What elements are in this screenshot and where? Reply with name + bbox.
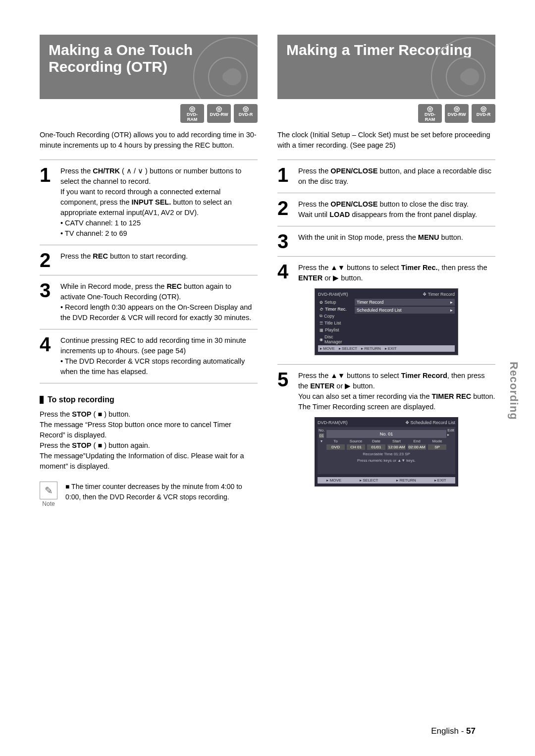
step-number: 3 (277, 232, 293, 250)
badge-dvd-r: DVD-R (472, 104, 495, 123)
right-intro: The clock (Initial Setup – Clock Set) mu… (277, 130, 495, 151)
footer-sep: - (459, 726, 466, 736)
left-step-3: 3 While in Record mode, press the REC bu… (40, 281, 258, 323)
step-body: Press the ▲▼ buttons to select Timer Rec… (298, 371, 495, 412)
right-title-box: Making a Timer Recording (277, 35, 495, 99)
chevron-right-icon: ▸ (450, 300, 453, 305)
page-body: Making a One Touch Recording (OTR) DVD-R… (0, 0, 535, 532)
step-number: 2 (40, 251, 55, 269)
osd2-col-headers: To Source Date Start End Mode (326, 439, 446, 443)
osd1-side-copy: ⧉Copy (318, 313, 353, 320)
osd2-col-mode: Mode (428, 439, 446, 443)
note-label: Note (40, 500, 57, 507)
note-body: The timer counter decreases by the minut… (62, 482, 258, 502)
osd1-side-setup: ✿Setup (318, 299, 353, 306)
step-body: Press the OPEN/CLOSE button to close the… (298, 199, 495, 220)
osd2-msg2: Press numeric keys or ▲▼ keys. (320, 458, 453, 463)
osd1-row-scheduled: Scheduled Record List▸ (355, 307, 455, 314)
osd2-data-row: DVD CH 01 01/01 12:00 AM 02:00 AM SP (326, 444, 446, 450)
osd2-exit: EXIT (434, 478, 446, 483)
osd1-side-timer-rec: ⏱Timer Rec. (318, 306, 353, 313)
divider (277, 256, 495, 257)
step-body: Continue pressing REC to add recording t… (60, 335, 258, 377)
osd1-top-left: DVD-RAM(VR) (318, 292, 348, 297)
step-number: 4 (40, 335, 55, 377)
osd2-top-right: Scheduled Record List (405, 420, 455, 425)
left-step-1: 1 Press the CH/TRK ( ∧ / ∨ ) buttons or … (40, 166, 258, 239)
osd2-col-source: Source (347, 439, 365, 443)
osd1-main: Timer Record▸ Scheduled Record List▸ (355, 299, 455, 314)
step-body: Press the CH/TRK ( ∧ / ∨ ) buttons or nu… (60, 166, 258, 239)
section-side-tab: Recording (507, 362, 520, 420)
note-icon: ✎ (40, 482, 57, 499)
osd1-side-playlist: ▦Playlist (318, 326, 353, 333)
osd2-val-to: DVD (326, 444, 345, 450)
step-number: 2 (277, 199, 293, 220)
osd2-top-left: DVD-RAM(VR) (318, 420, 348, 425)
osd1-side-disc-manager: ◉Disc Manager (318, 333, 353, 345)
stop-recording-heading: To stop recording (40, 395, 258, 404)
step-number: 3 (40, 281, 55, 323)
left-title-box: Making a One Touch Recording (OTR) (40, 35, 258, 99)
disc-decor-icon (446, 57, 485, 97)
chevron-right-icon: ▸ (447, 432, 449, 437)
step-body: Press the ▲▼ buttons to select Timer Rec… (298, 263, 495, 283)
osd1-row-timer-record: Timer Record▸ (355, 299, 455, 306)
osd2-val-start: 12:00 AM (387, 444, 406, 450)
chevron-right-icon: ▸ (450, 308, 453, 313)
osd2-select: SELECT (360, 478, 378, 483)
divider (40, 329, 258, 329)
osd2-box-title: No. 01 (326, 430, 446, 438)
osd2-val-mode: SP (428, 444, 446, 450)
osd2-index-01: 01 (319, 433, 324, 438)
osd2-bottom-bar: MOVE SELECT RETURN EXIT (318, 477, 455, 484)
osd2-val-end: 02:00 AM (408, 444, 426, 450)
step-body: Press the OPEN/CLOSE button, and place a… (298, 166, 495, 187)
disc-decor-icon (208, 57, 248, 97)
step-number: 1 (40, 166, 55, 239)
osd1-move: MOVE (320, 346, 335, 351)
badge-dvd-r: DVD-R (234, 104, 258, 123)
osd1-exit: EXIT (385, 346, 397, 351)
divider (40, 383, 258, 383)
osd2-val-date: 01/01 (367, 444, 385, 450)
right-disc-badges: DVD-RAM DVD-RW DVD-R (277, 104, 495, 123)
left-title: Making a One Touch Recording (OTR) (49, 42, 193, 75)
page-footer: English - 57 (431, 726, 476, 736)
osd1-bottom-bar: MOVE SELECT RETURN EXIT (318, 345, 455, 352)
divider (40, 275, 258, 275)
osd2-col-end: End (408, 439, 426, 443)
right-step-1: 1 Press the OPEN/CLOSE button, and place… (277, 166, 495, 187)
stop-heading-text: To stop recording (48, 395, 114, 404)
step-number: 1 (277, 166, 293, 187)
divider (40, 245, 258, 245)
osd2-col-start: Start (387, 439, 406, 443)
left-intro: One-Touch Recording (OTR) allows you to … (40, 130, 258, 151)
osd2-left-index: No. 01 ▾ (319, 428, 324, 443)
step-number: 4 (277, 263, 293, 283)
left-step-4: 4 Continue pressing REC to add recording… (40, 335, 258, 377)
osd1-top-right: Timer Record (423, 292, 455, 297)
chevron-down-icon: ▾ (321, 439, 322, 443)
footer-page: 57 (466, 726, 476, 736)
osd-scheduled-record-list: DVD-RAM(VR) Scheduled Record List No. 01… (315, 417, 458, 486)
right-step-3: 3 With the unit in Stop mode, press the … (277, 232, 495, 250)
right-step-2: 2 Press the OPEN/CLOSE button to close t… (277, 199, 495, 220)
left-disc-badges: DVD-RAM DVD-RW DVD-R (40, 104, 258, 123)
note-block: ✎ Note The timer counter decreases by th… (40, 482, 258, 507)
osd2-col-to: To (326, 439, 345, 443)
right-column: Making a Timer Recording DVD-RAM DVD-RW … (277, 35, 495, 507)
osd-timer-record-menu: DVD-RAM(VR) Timer Record ✿Setup ⏱Timer R… (315, 288, 458, 355)
badge-dvd-ram: DVD-RAM (180, 104, 204, 123)
footer-lang: English (431, 726, 459, 736)
divider (40, 160, 258, 160)
osd1-select: SELECT (339, 346, 357, 351)
right-step-5: 5 Press the ▲▼ buttons to select Timer R… (277, 371, 495, 412)
note-icon-wrap: ✎ Note (40, 482, 57, 507)
osd2-return: RETURN (396, 478, 416, 483)
left-column: Making a One Touch Recording (OTR) DVD-R… (40, 35, 258, 507)
divider (277, 193, 495, 193)
badge-dvd-ram: DVD-RAM (418, 104, 442, 123)
osd2-edit: Edit ▸ (447, 428, 454, 437)
osd2-val-source: CH 01 (347, 444, 365, 450)
